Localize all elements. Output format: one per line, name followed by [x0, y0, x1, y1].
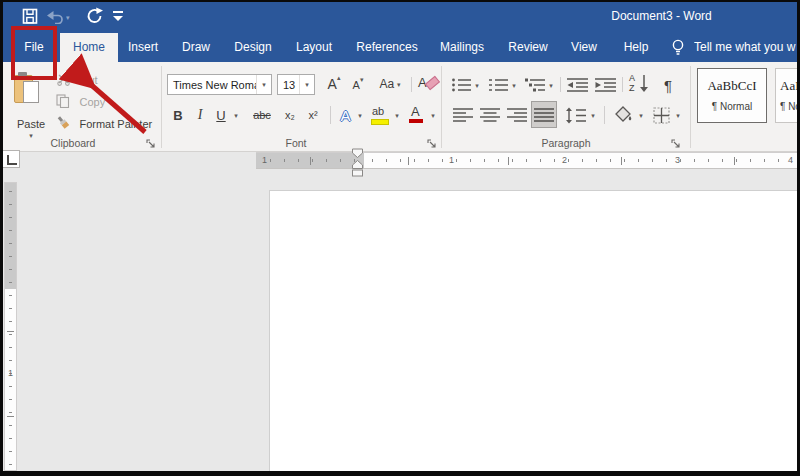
ruler-tick	[734, 157, 735, 165]
group-divider	[441, 66, 442, 148]
window-edge	[0, 471, 800, 476]
ruler-number: 2	[562, 156, 567, 165]
sort-button[interactable]: A Z	[628, 74, 652, 96]
ruler-tick	[7, 416, 14, 417]
ruler-tick	[621, 157, 622, 165]
tab-help[interactable]: Help	[624, 33, 649, 62]
divider	[330, 106, 331, 124]
tab-view[interactable]: View	[571, 33, 597, 62]
window-edge	[0, 0, 3, 476]
customize-quick-access-icon[interactable]	[113, 11, 124, 23]
font-group-label: Font	[251, 137, 341, 149]
vertical-ruler[interactable]: 1	[4, 182, 17, 471]
strikethrough-button[interactable]: abc	[248, 103, 276, 127]
highlight-dropdown-icon[interactable]: ▾	[392, 103, 402, 127]
tab-review[interactable]: Review	[508, 33, 547, 62]
align-right-button[interactable]	[506, 104, 528, 126]
highlight-color-bar	[371, 119, 389, 125]
borders-button[interactable]	[650, 104, 672, 126]
text-effects-button[interactable]: A	[337, 103, 354, 127]
bullet-list-button[interactable]	[450, 76, 472, 94]
align-center-button[interactable]	[479, 104, 501, 126]
divider	[622, 77, 623, 92]
ruler-ticks	[372, 159, 792, 162]
text-highlight-button[interactable]: ab	[370, 105, 390, 125]
ruler-number: 1	[8, 369, 13, 378]
first-line-indent-marker	[353, 149, 363, 158]
align-left-button[interactable]	[452, 104, 474, 126]
indent-markers[interactable]	[351, 148, 364, 177]
justify-button-selected[interactable]	[531, 101, 557, 128]
change-case-button[interactable]: Aa▾	[374, 74, 406, 94]
font-color-dropdown-icon[interactable]: ▾	[428, 103, 438, 127]
tab-draw[interactable]: Draw	[182, 33, 210, 62]
italic-button[interactable]: I	[192, 103, 208, 127]
redo-icon[interactable]	[86, 7, 104, 25]
underline-dropdown-icon[interactable]: ▾	[231, 103, 241, 127]
numbered-list-button[interactable]	[487, 76, 509, 94]
shading-button[interactable]	[612, 104, 636, 126]
increase-indent-button[interactable]	[594, 76, 618, 94]
hanging-indent-marker	[353, 161, 363, 169]
lightbulb-icon[interactable]	[671, 39, 685, 56]
group-divider	[690, 66, 691, 148]
font-color-button[interactable]: A	[408, 104, 426, 126]
multilevel-list-button[interactable]	[524, 76, 546, 94]
font-size-combobox[interactable]: 13 ▾	[277, 74, 315, 95]
shading-dropdown-icon[interactable]: ▾	[636, 104, 646, 126]
save-icon[interactable]	[22, 8, 38, 25]
paragraph-dialog-launcher-icon[interactable]	[671, 139, 681, 149]
ruler-number: 1	[262, 156, 267, 165]
underline-button[interactable]: U	[212, 103, 230, 127]
borders-dropdown-icon[interactable]: ▾	[673, 104, 683, 126]
line-spacing-dropdown-icon[interactable]: ▾	[588, 104, 598, 126]
divider	[604, 106, 605, 124]
left-tab-icon	[7, 155, 17, 165]
ruler-number: 3	[675, 156, 680, 165]
undo-dropdown-icon[interactable]: ▾	[66, 14, 70, 21]
font-size-dropdown-icon[interactable]: ▾	[305, 81, 309, 88]
annotation-arrow	[48, 48, 158, 143]
ruler-tick	[7, 331, 14, 332]
ruler-ticks	[9, 295, 12, 465]
tab-layout[interactable]: Layout	[296, 33, 332, 62]
ruler-ticks	[9, 191, 12, 283]
window-edge	[0, 0, 800, 2]
horizontal-ruler[interactable]: 1 1 2 3 4	[256, 152, 798, 169]
font-dialog-launcher-icon[interactable]	[427, 139, 437, 149]
superscript-button[interactable]: x²	[303, 103, 323, 127]
shrink-font-button[interactable]: A▾	[347, 76, 369, 94]
eraser-icon	[425, 76, 440, 90]
ruler-ticks	[270, 159, 358, 162]
paragraph-group-label: Paragraph	[518, 137, 614, 149]
grow-font-button[interactable]: A▴	[323, 74, 345, 94]
font-color-bar	[409, 119, 423, 123]
font-name-dropdown-icon[interactable]: ▾	[262, 81, 266, 88]
undo-icon[interactable]	[47, 10, 64, 24]
left-indent-marker	[353, 170, 363, 176]
tab-stop-selector[interactable]	[2, 150, 20, 168]
decrease-indent-button[interactable]	[566, 76, 590, 94]
tab-design[interactable]: Design	[234, 33, 271, 62]
tab-references[interactable]: References	[356, 33, 417, 62]
text-effects-dropdown-icon[interactable]: ▾	[355, 103, 365, 127]
tab-mailings[interactable]: Mailings	[440, 33, 484, 62]
line-spacing-button[interactable]	[564, 104, 588, 126]
show-formatting-marks-button[interactable]: ¶	[658, 74, 678, 96]
bold-button[interactable]: B	[168, 103, 188, 127]
bullet-list-dropdown-icon[interactable]: ▾	[472, 76, 482, 94]
clear-formatting-button[interactable]: A	[418, 74, 440, 94]
sort-arrow-icon	[639, 75, 649, 93]
multilevel-list-dropdown-icon[interactable]: ▾	[546, 76, 556, 94]
ruler-number: 4	[788, 156, 793, 165]
window-title: Document3 - Word	[520, 0, 800, 33]
font-name-combobox[interactable]: Times New Roma ▾	[167, 74, 272, 95]
subscript-button[interactable]: x₂	[280, 103, 300, 127]
style-name-text: ¶ Normal	[698, 101, 766, 112]
numbered-list-dropdown-icon[interactable]: ▾	[509, 76, 519, 94]
ruler-tick	[508, 157, 509, 165]
tell-me-box[interactable]: Tell me what you w	[694, 33, 797, 62]
style-normal[interactable]: AaBbCcI ¶ Normal	[697, 68, 767, 123]
document-page[interactable]	[269, 190, 798, 471]
divider	[411, 77, 412, 92]
